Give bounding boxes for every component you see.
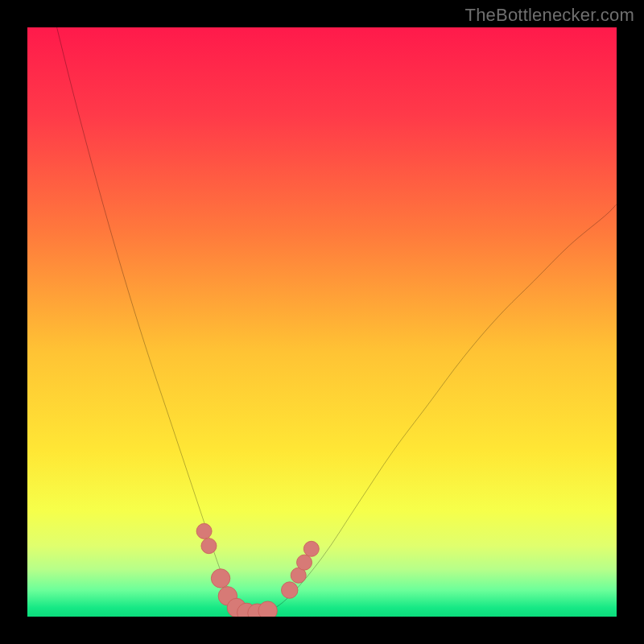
- curve-marker: [297, 555, 312, 570]
- curve-marker: [281, 582, 297, 598]
- curve-markers: [196, 523, 319, 617]
- curve-marker: [303, 541, 319, 556]
- curve-marker: [201, 539, 217, 554]
- curve-marker: [196, 523, 212, 539]
- chart-frame: TheBottlenecker.com: [0, 0, 644, 644]
- curve-marker: [211, 569, 229, 588]
- plot-area: [27, 27, 617, 617]
- curve-marker: [258, 601, 277, 617]
- bottleneck-curve: [57, 27, 617, 614]
- curve-layer: [27, 27, 617, 617]
- watermark-text: TheBottlenecker.com: [465, 5, 634, 26]
